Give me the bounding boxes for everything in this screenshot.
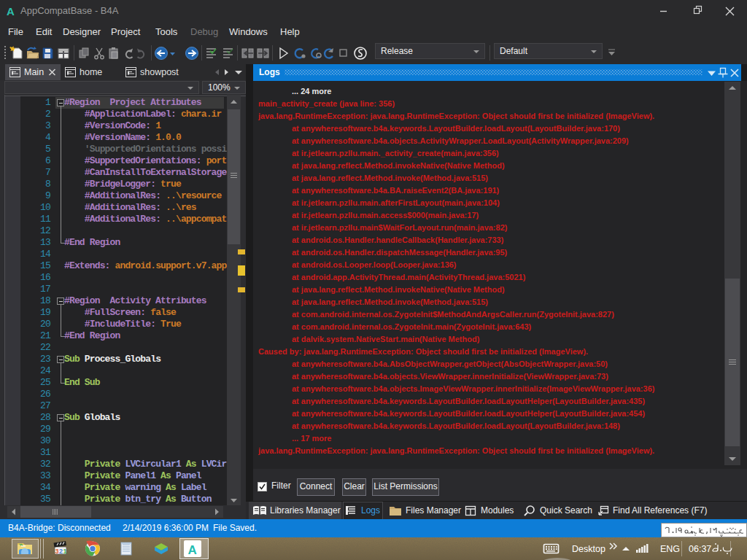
svg-text:2: 2 — [59, 548, 63, 555]
svg-text:1: 1 — [63, 548, 67, 555]
svg-text:A: A — [188, 543, 197, 557]
svg-text:3: 3 — [55, 548, 59, 555]
